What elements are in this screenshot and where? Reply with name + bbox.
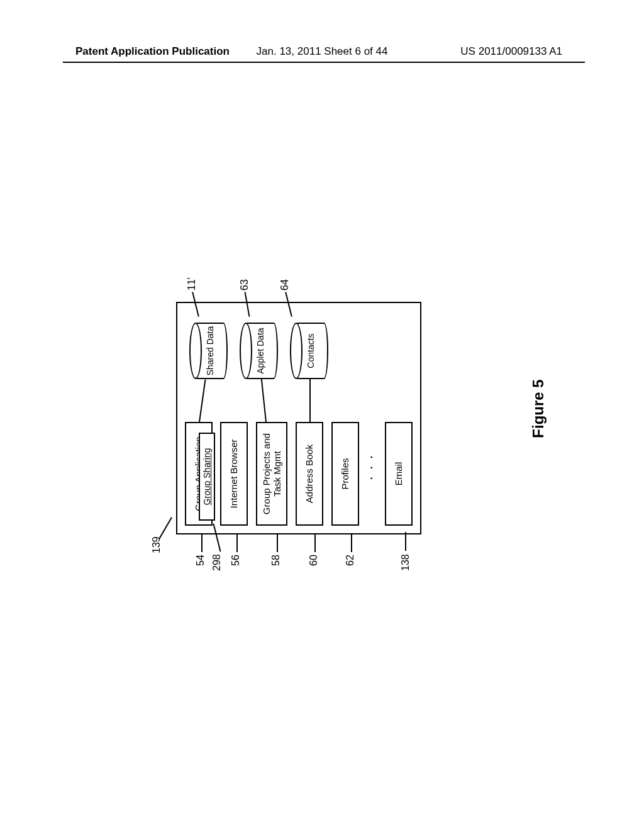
db-applet-label: Applet Data — [256, 328, 265, 374]
page-header: Patent Application Publication Jan. 13, … — [0, 45, 644, 58]
ref-56: 56 — [230, 555, 242, 566]
box-group-sharing: Group Sharing — [199, 433, 215, 521]
ref-60: 60 — [308, 555, 319, 566]
ref-298: 298 — [211, 554, 223, 571]
db-shared-data: Shared Data — [193, 323, 228, 379]
container-139: Group Application Group Sharing Internet… — [176, 302, 421, 534]
db-contacts: Contacts — [294, 323, 328, 379]
lead-60 — [314, 533, 316, 552]
lead-56 — [236, 533, 238, 552]
ellipsis: . . . — [364, 453, 375, 480]
header-left: Patent Application Publication — [75, 45, 230, 58]
figure-5: 139 Group Application Group Sharing Inte… — [151, 252, 503, 566]
db-shared-label: Shared Data — [206, 326, 215, 376]
link-group-shared — [199, 380, 206, 423]
lead-62 — [351, 533, 352, 552]
header-right: US 2011/0009133 A1 — [460, 45, 562, 58]
header-center: Jan. 13, 2011 Sheet 6 of 44 — [257, 45, 388, 58]
figure-caption: Figure 5 — [530, 379, 547, 438]
ref-11: 11' — [186, 277, 197, 290]
ref-138: 138 — [400, 554, 411, 571]
lead-58 — [277, 533, 278, 552]
lead-138 — [405, 532, 406, 551]
lead-139 — [158, 517, 172, 540]
link-address-contacts — [309, 379, 311, 422]
ref-63: 63 — [239, 279, 250, 290]
link-projects-applet — [261, 378, 267, 422]
header-rule — [63, 62, 585, 63]
lead-54 — [201, 533, 203, 552]
box-address-book: Address Book — [296, 422, 323, 526]
ref-58: 58 — [270, 555, 282, 566]
db-applet-data: Applet Data — [243, 323, 278, 379]
box-profiles: Profiles — [331, 422, 359, 526]
ref-139: 139 — [151, 536, 162, 553]
box-internet-browser: Internet Browser — [220, 422, 248, 526]
figure-wrapper: 139 Group Application Group Sharing Inte… — [138, 220, 516, 597]
db-contacts-label: Contacts — [306, 333, 316, 368]
ref-62: 62 — [345, 555, 356, 566]
ref-64: 64 — [279, 279, 291, 290]
ref-54: 54 — [195, 555, 206, 566]
box-email: Email — [385, 422, 413, 526]
box-group-projects: Group Projects and Task Mgmt — [256, 422, 287, 526]
